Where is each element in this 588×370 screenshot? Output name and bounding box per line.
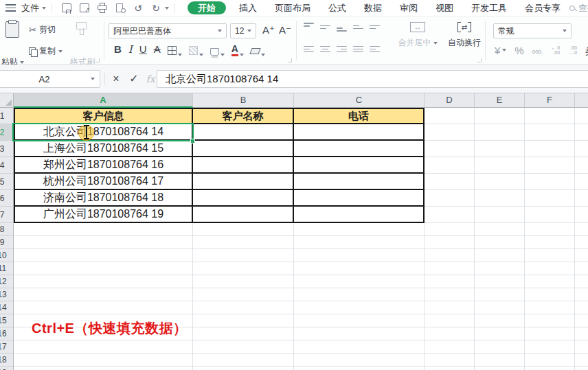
- cell-E18[interactable]: [475, 354, 525, 367]
- cell-B16[interactable]: [193, 327, 294, 340]
- fill-color-button[interactable]: [210, 48, 225, 56]
- strikethrough-button[interactable]: A: [154, 43, 161, 56]
- row-header-16[interactable]: 16: [0, 327, 14, 340]
- cell-C11[interactable]: [294, 262, 425, 275]
- formula-input[interactable]: 北京公司1870108764 14: [157, 70, 588, 88]
- cell-A8[interactable]: [14, 223, 193, 236]
- cell-F14[interactable]: [525, 301, 575, 314]
- tab-review[interactable]: 审阅: [391, 0, 427, 16]
- redo-button[interactable]: ↻: [150, 3, 161, 14]
- cell-E1[interactable]: [475, 108, 525, 124]
- cell-G16[interactable]: [575, 327, 588, 340]
- cell-F18[interactable]: [525, 354, 575, 367]
- cell-C15[interactable]: [294, 314, 425, 327]
- cell-F10[interactable]: [525, 249, 575, 262]
- cell-D11[interactable]: [425, 262, 475, 275]
- increase-font-button[interactable]: A⁺: [262, 23, 275, 37]
- cell-D19[interactable]: [425, 367, 475, 370]
- align-top-button[interactable]: [304, 23, 314, 32]
- tab-page-layout[interactable]: 页面布局: [266, 0, 319, 16]
- cell-F15[interactable]: [525, 314, 575, 327]
- cell-G19[interactable]: [575, 367, 588, 370]
- cell-G3[interactable]: [575, 141, 588, 157]
- copy-button[interactable]: 复制: [29, 45, 63, 57]
- command-search[interactable]: 查找命令: [569, 2, 588, 14]
- cell-B4[interactable]: [193, 157, 294, 174]
- quickbar-more-icon[interactable]: [165, 7, 169, 10]
- borders-button[interactable]: [168, 46, 182, 56]
- cell-E8[interactable]: [475, 223, 525, 236]
- cell-B19[interactable]: [193, 367, 294, 370]
- cancel-button[interactable]: ×: [109, 70, 124, 88]
- cell-G4[interactable]: [575, 157, 588, 174]
- underline-button[interactable]: U: [139, 43, 147, 56]
- tab-member[interactable]: 会员专享: [516, 0, 569, 16]
- cell-B14[interactable]: [193, 301, 294, 314]
- cell-E2[interactable]: [475, 124, 525, 141]
- align-bottom-button[interactable]: [337, 23, 347, 32]
- align-right-button[interactable]: [337, 45, 347, 54]
- cell-D4[interactable]: [425, 157, 475, 174]
- cell-C19[interactable]: [294, 367, 425, 370]
- cell-A2[interactable]: 北京公司1870108764 14: [14, 124, 193, 141]
- cell-B10[interactable]: [193, 249, 294, 262]
- type-convert-partial-label[interactable]: 类: [585, 45, 588, 58]
- align-center-button[interactable]: [320, 45, 330, 54]
- increase-decimal-button[interactable]: .00→.0: [568, 45, 577, 55]
- name-box[interactable]: A2: [0, 70, 100, 88]
- cell-G14[interactable]: [575, 301, 588, 314]
- cell-C1[interactable]: 电话: [294, 108, 425, 124]
- cell-C13[interactable]: [294, 288, 425, 301]
- cell-F9[interactable]: [525, 236, 575, 249]
- wrap-text-button[interactable]: ⇄ 自动换行: [445, 21, 484, 49]
- row-header-5[interactable]: 5: [0, 174, 14, 190]
- row-header-19[interactable]: 19: [0, 367, 14, 370]
- cell-B8[interactable]: [193, 223, 294, 236]
- cell-A1[interactable]: 客户信息: [14, 108, 193, 124]
- cell-D12[interactable]: [425, 275, 475, 288]
- row-header-18[interactable]: 18: [0, 354, 14, 367]
- cell-E17[interactable]: [475, 340, 525, 354]
- tab-home[interactable]: 开始: [188, 1, 226, 14]
- tab-view[interactable]: 视图: [427, 0, 462, 16]
- tab-dev-tools[interactable]: 开发工具: [462, 0, 516, 16]
- cell-E15[interactable]: [475, 314, 525, 327]
- cell-G2[interactable]: [575, 124, 588, 141]
- cell-E4[interactable]: [475, 157, 525, 174]
- cell-A7[interactable]: 广州公司1870108764 19: [14, 207, 193, 223]
- cell-A13[interactable]: [14, 288, 193, 301]
- cell-C16[interactable]: [294, 327, 425, 340]
- cell-E9[interactable]: [475, 236, 525, 249]
- cell-B2[interactable]: [193, 124, 294, 141]
- cell-D10[interactable]: [425, 249, 475, 262]
- cell-G15[interactable]: [575, 314, 588, 327]
- cell-B5[interactable]: [193, 174, 294, 190]
- column-header-A[interactable]: A: [14, 93, 193, 108]
- decrease-indent-button[interactable]: [353, 23, 363, 32]
- cell-B12[interactable]: [193, 275, 294, 288]
- cell-G11[interactable]: [575, 262, 588, 275]
- cell-D14[interactable]: [425, 301, 475, 314]
- cell-C7[interactable]: [294, 207, 425, 223]
- distribute-button[interactable]: [370, 45, 380, 54]
- cell-A6[interactable]: 济南公司1870108764 18: [14, 190, 193, 207]
- percent-button[interactable]: %: [514, 45, 523, 56]
- cell-A18[interactable]: [14, 354, 193, 367]
- undo-button[interactable]: ↺: [133, 3, 144, 14]
- cell-E12[interactable]: [475, 275, 525, 288]
- cell-F16[interactable]: [525, 327, 575, 340]
- cell-E14[interactable]: [475, 301, 525, 314]
- cell-D15[interactable]: [425, 314, 475, 327]
- cell-E16[interactable]: [475, 327, 525, 340]
- cell-F13[interactable]: [525, 288, 575, 301]
- cell-D1[interactable]: [425, 108, 475, 124]
- cell-D3[interactable]: [425, 141, 475, 157]
- row-header-6[interactable]: 6: [0, 190, 14, 207]
- row-header-17[interactable]: 17: [0, 340, 14, 354]
- decrease-font-button[interactable]: A⁻: [279, 23, 291, 37]
- cell-G7[interactable]: [575, 207, 588, 223]
- cell-C5[interactable]: [294, 174, 425, 190]
- cell-B1[interactable]: 客户名称: [193, 108, 294, 124]
- cell-D17[interactable]: [425, 340, 475, 354]
- cell-D7[interactable]: [425, 207, 475, 223]
